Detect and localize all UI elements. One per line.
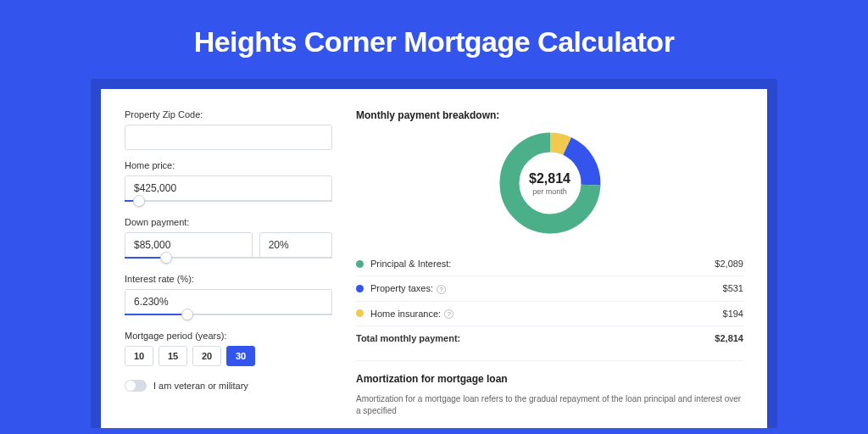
legend-total-value: $2,814 [715, 333, 743, 343]
legend-row: Property taxes:?$531 [356, 275, 743, 301]
slider-fill [125, 314, 187, 315]
legend-value: $194 [723, 309, 743, 319]
interest-rate-slider[interactable] [125, 314, 332, 320]
down-payment-pct-input[interactable] [259, 232, 332, 258]
period-button-10[interactable]: 10 [125, 346, 153, 366]
interest-rate-label: Interest rate (%): [125, 274, 332, 284]
legend-row: Principal & Interest:$2,089 [356, 252, 743, 275]
amortization-text: Amortization for a mortgage loan refers … [356, 393, 743, 417]
period-row: Mortgage period (years): 10152030 [125, 331, 332, 366]
legend: Principal & Interest:$2,089Property taxe… [356, 252, 743, 350]
slider-thumb[interactable] [181, 309, 193, 320]
slider-thumb[interactable] [160, 252, 172, 264]
period-buttons: 10152030 [125, 346, 332, 366]
home-price-input[interactable] [125, 175, 332, 201]
interest-rate-input[interactable] [125, 289, 332, 314]
donut-amount: $2,814 [529, 171, 570, 186]
legend-value: $531 [723, 283, 743, 293]
down-payment-input[interactable] [125, 232, 253, 258]
page-title: Heights Corner Mortgage Calculator [0, 0, 868, 79]
donut-center: $2,814 per month [498, 131, 602, 235]
legend-total-label: Total monthly payment: [356, 333, 715, 343]
amortization-title: Amortization for mortgage loan [356, 373, 743, 385]
donut-subtext: per month [532, 187, 567, 196]
donut-chart-area: $2,814 per month [356, 131, 743, 235]
veteran-row: I am veteran or military [125, 380, 332, 392]
legend-dot-icon [356, 309, 364, 317]
legend-label: Property taxes:? [370, 283, 723, 294]
home-price-row: Home price: [125, 160, 332, 207]
breakdown-title: Monthly payment breakdown: [356, 109, 743, 121]
interest-rate-row: Interest rate (%): [125, 274, 332, 320]
slider-thumb[interactable] [133, 195, 145, 207]
legend-label: Home insurance:? [370, 309, 723, 320]
legend-label: Principal & Interest: [370, 259, 715, 269]
legend-row: Home insurance:?$194 [356, 301, 743, 326]
home-price-slider[interactable] [125, 200, 332, 207]
legend-value: $2,089 [715, 259, 743, 269]
amortization-section: Amortization for mortgage loan Amortizat… [356, 360, 743, 417]
down-payment-slider[interactable] [125, 257, 332, 264]
calculator-card: Property Zip Code: Home price: Down paym… [101, 89, 767, 428]
form-panel: Property Zip Code: Home price: Down paym… [125, 109, 332, 408]
period-button-30[interactable]: 30 [226, 346, 255, 366]
card-outer: Property Zip Code: Home price: Down paym… [91, 79, 777, 428]
donut-chart: $2,814 per month [498, 131, 602, 235]
period-label: Mortgage period (years): [125, 331, 332, 341]
veteran-toggle[interactable] [125, 380, 147, 392]
home-price-label: Home price: [125, 160, 332, 170]
zip-row: Property Zip Code: [125, 109, 332, 150]
down-payment-row: Down payment: [125, 217, 332, 264]
legend-total-row: Total monthly payment:$2,814 [356, 326, 743, 350]
info-icon[interactable]: ? [437, 285, 446, 294]
info-icon[interactable]: ? [444, 309, 453, 319]
zip-input[interactable] [125, 125, 332, 150]
period-button-15[interactable]: 15 [159, 346, 187, 366]
legend-dot-icon [356, 285, 364, 292]
legend-dot-icon [356, 260, 364, 268]
breakdown-panel: Monthly payment breakdown: $2,814 per mo… [356, 109, 743, 408]
period-button-20[interactable]: 20 [192, 346, 221, 366]
down-payment-label: Down payment: [125, 217, 332, 227]
slider-track [125, 200, 332, 202]
zip-label: Property Zip Code: [125, 109, 332, 120]
veteran-label: I am veteran or military [153, 381, 248, 391]
